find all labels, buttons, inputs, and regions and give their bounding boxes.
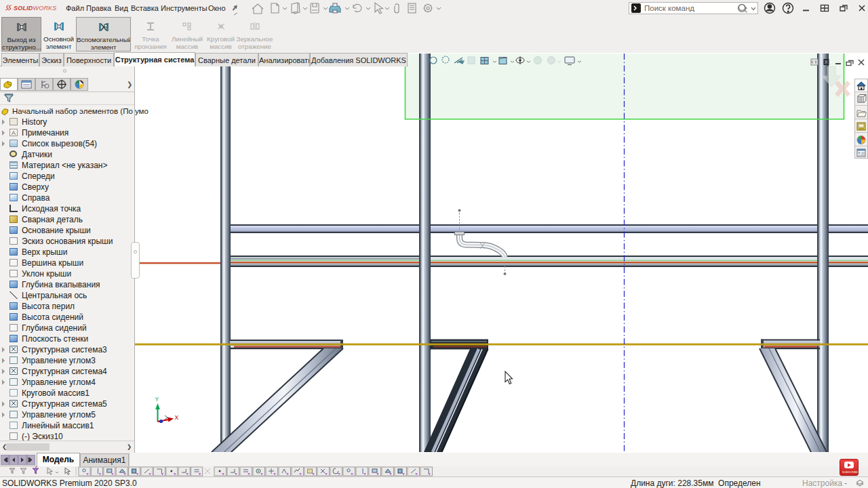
svg-text:X: X	[175, 414, 179, 421]
svg-text:Y: Y	[155, 396, 159, 403]
svg-text:SUBSCRIBE: SUBSCRIBE	[842, 470, 858, 474]
